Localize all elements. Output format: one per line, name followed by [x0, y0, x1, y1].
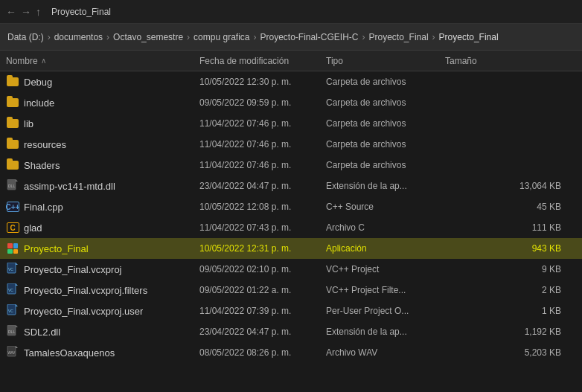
- table-row[interactable]: VC Proyecto_Final.vcxproj.filters09/05/2…: [0, 280, 582, 301]
- file-type: Carpeta de archivos: [326, 77, 445, 87]
- file-type: VC++ Project Filte...: [326, 285, 445, 295]
- file-name-cell: Shaders: [6, 158, 199, 172]
- back-icon[interactable]: ←: [6, 6, 16, 18]
- table-row[interactable]: Cglad11/04/2022 07:43 p. m.Archivo C111 …: [0, 217, 582, 238]
- file-name-text: glad: [24, 222, 42, 234]
- table-row[interactable]: DLL SDL2.dll23/04/2022 04:47 p. m.Extens…: [0, 321, 582, 342]
- file-name-text: Final.cpp: [24, 202, 63, 213]
- file-type: C++ Source: [326, 202, 445, 212]
- table-row[interactable]: resources11/04/2022 07:46 p. m.Carpeta d…: [0, 134, 582, 155]
- file-date: 09/05/2022 09:59 p. m.: [199, 97, 326, 108]
- col-header-name[interactable]: Nombre ∧: [6, 56, 199, 66]
- table-row[interactable]: VC Proyecto_Final.vcxproj.user11/04/2022…: [0, 301, 582, 321]
- file-name-cell: Proyecto_Final: [6, 242, 199, 255]
- table-row[interactable]: lib11/04/2022 07:46 p. m.Carpeta de arch…: [0, 113, 582, 134]
- table-row[interactable]: Shaders11/04/2022 07:46 p. m.Carpeta de …: [0, 155, 582, 176]
- file-name-text: assimp-vc141-mtd.dll: [24, 181, 115, 192]
- file-type: Carpeta de archivos: [326, 118, 445, 129]
- vcxproj-icon: VC: [6, 263, 19, 276]
- file-list: Debug10/05/2022 12:30 p. m.Carpeta de ar…: [0, 71, 582, 392]
- folder-icon: [6, 158, 19, 172]
- file-size: 9 KB: [445, 264, 576, 274]
- file-name-cell: DLL SDL2.dll: [6, 325, 199, 338]
- file-name-cell: Debug: [6, 75, 199, 89]
- table-row[interactable]: Debug10/05/2022 12:30 p. m.Carpeta de ar…: [0, 71, 582, 92]
- col-header-date[interactable]: Fecha de modificación: [199, 56, 326, 66]
- file-date: 09/05/2022 01:22 a. m.: [199, 285, 326, 295]
- file-name-cell: VC Proyecto_Final.vcxproj.user: [6, 304, 199, 318]
- svg-text:DLL: DLL: [8, 330, 15, 334]
- file-date: 11/04/2022 07:46 p. m.: [199, 118, 326, 129]
- file-date: 11/04/2022 07:46 p. m.: [199, 139, 326, 150]
- breadcrumb[interactable]: Data (D:) › documentos › Octavo_semestre…: [7, 32, 499, 42]
- table-row[interactable]: C++Final.cpp10/05/2022 12:08 p. m.C++ So…: [0, 196, 582, 217]
- file-type: Archivo C: [326, 222, 445, 233]
- file-date: 10/05/2022 12:08 p. m.: [199, 202, 326, 212]
- file-name-cell: VC Proyecto_Final.vcxproj.filters: [6, 283, 199, 297]
- svg-text:VC: VC: [8, 267, 13, 271]
- table-row[interactable]: DLL assimp-vc141-mtd.dll23/04/2022 04:47…: [0, 176, 582, 196]
- file-name-text: Debug: [24, 77, 52, 88]
- file-name-cell: C++Final.cpp: [6, 200, 199, 213]
- svg-text:VC: VC: [8, 309, 13, 313]
- file-date: 10/05/2022 12:31 p. m.: [199, 243, 326, 254]
- svg-text:DLL: DLL: [8, 184, 15, 188]
- file-type: Carpeta de archivos: [326, 160, 445, 170]
- file-date: 11/04/2022 07:39 p. m.: [199, 306, 326, 316]
- dll-icon: DLL: [6, 179, 19, 193]
- file-size: 943 KB: [445, 243, 576, 254]
- col-header-size[interactable]: Tamaño: [445, 56, 576, 66]
- file-name-text: include: [24, 97, 54, 109]
- file-date: 10/05/2022 12:30 p. m.: [199, 77, 326, 87]
- table-row[interactable]: WAV TamalesOaxaquenos08/05/2022 08:26 p.…: [0, 342, 582, 363]
- folder-icon: [6, 75, 19, 89]
- file-type: Extensión de la ap...: [326, 181, 445, 191]
- up-icon[interactable]: ↑: [36, 6, 41, 18]
- file-date: 23/04/2022 04:47 p. m.: [199, 181, 326, 191]
- table-row[interactable]: include09/05/2022 09:59 p. m.Carpeta de …: [0, 92, 582, 113]
- sort-arrow-icon: ∧: [41, 57, 46, 65]
- column-headers: Nombre ∧ Fecha de modificación Tipo Tama…: [0, 51, 582, 71]
- file-size: 111 KB: [445, 222, 576, 233]
- file-date: 23/04/2022 04:47 p. m.: [199, 327, 326, 337]
- dll-icon: DLL: [6, 325, 19, 338]
- cpp-icon: C++: [6, 200, 19, 213]
- forward-icon[interactable]: →: [21, 6, 31, 18]
- vcxproj-icon: VC: [6, 283, 19, 297]
- file-date: 09/05/2022 02:10 p. m.: [199, 264, 326, 274]
- file-name-cell: WAV TamalesOaxaquenos: [6, 346, 199, 359]
- file-name-cell: Cglad: [6, 221, 199, 234]
- svg-text:VC: VC: [8, 288, 13, 292]
- file-name-cell: VC Proyecto_Final.vcxproj: [6, 263, 199, 276]
- svg-marker-10: [16, 304, 18, 306]
- title-text: Proyecto_Final: [51, 7, 111, 17]
- file-name-text: Proyecto_Final.vcxproj.user: [24, 306, 143, 317]
- folder-icon: [6, 138, 19, 151]
- folder-icon: [6, 96, 19, 109]
- file-size: 45 KB: [445, 202, 576, 212]
- vcxproj-icon: VC: [6, 304, 19, 318]
- nav-icons: ← → ↑: [6, 6, 41, 18]
- file-name-text: Shaders: [24, 160, 60, 171]
- c-icon: C: [6, 221, 19, 234]
- file-type: Archivo WAV: [326, 347, 445, 358]
- file-size: 1,192 KB: [445, 327, 576, 337]
- folder-icon: [6, 117, 19, 130]
- address-bar: Data (D:) › documentos › Octavo_semestre…: [0, 24, 582, 51]
- file-size: 2 KB: [445, 285, 576, 295]
- svg-marker-4: [16, 263, 18, 265]
- file-name-text: TamalesOaxaquenos: [24, 347, 115, 359]
- col-header-type[interactable]: Tipo: [326, 56, 445, 66]
- file-name-text: Proyecto_Final.vcxproj: [24, 264, 122, 275]
- svg-marker-13: [16, 325, 18, 327]
- file-name-text: Proyecto_Final.vcxproj.filters: [24, 285, 147, 296]
- svg-marker-1: [16, 179, 18, 181]
- svg-text:WAV: WAV: [8, 351, 16, 355]
- file-name-cell: lib: [6, 117, 199, 130]
- exe-icon: [6, 242, 19, 255]
- table-row[interactable]: Proyecto_Final10/05/2022 12:31 p. m.Apli…: [0, 238, 582, 259]
- title-bar: ← → ↑ Proyecto_Final: [0, 0, 582, 24]
- file-date: 08/05/2022 08:26 p. m.: [199, 347, 326, 358]
- file-type: Carpeta de archivos: [326, 139, 445, 150]
- table-row[interactable]: VC Proyecto_Final.vcxproj09/05/2022 02:1…: [0, 259, 582, 280]
